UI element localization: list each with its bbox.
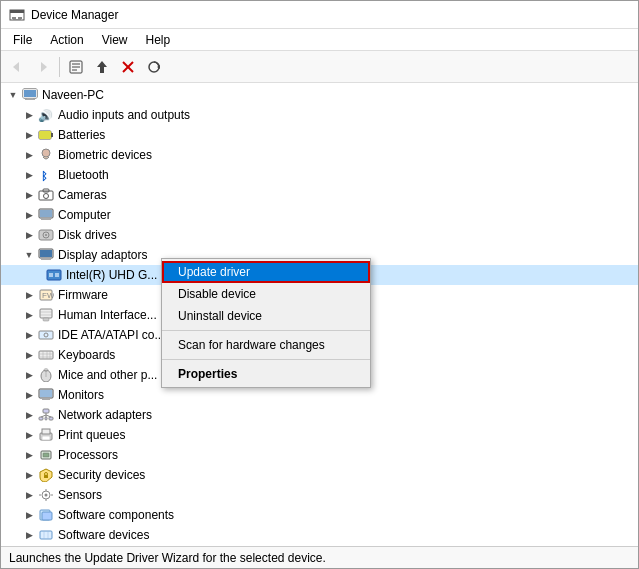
svg-rect-31 (40, 210, 52, 217)
tree-item-sensors[interactable]: ▶ Sensors (1, 485, 638, 505)
tree-item-batteries[interactable]: ▶ Batteries (1, 125, 638, 145)
batteries-icon (37, 127, 55, 143)
svg-rect-40 (41, 259, 51, 260)
tree-item-biometric[interactable]: ▶ Biometric devices (1, 145, 638, 165)
expand-icon-keyboards[interactable]: ▶ (21, 350, 37, 360)
tree-label-print: Print queues (58, 428, 125, 442)
tree-item-sw-components[interactable]: ▶ Software components (1, 505, 638, 525)
menu-help[interactable]: Help (138, 31, 179, 49)
ctx-update-driver[interactable]: Update driver (162, 261, 370, 283)
svg-rect-18 (24, 90, 36, 97)
svg-marker-5 (13, 62, 19, 72)
back-button[interactable] (5, 55, 29, 79)
expand-icon-network[interactable]: ▶ (21, 410, 37, 420)
svg-rect-4 (13, 19, 21, 20)
expand-icon-firmware[interactable]: ▶ (21, 290, 37, 300)
toolbar-separator-1 (59, 57, 60, 77)
expand-icon-hid[interactable]: ▶ (21, 310, 37, 320)
expand-icon-disk[interactable]: ▶ (21, 230, 37, 240)
svg-rect-67 (49, 417, 53, 420)
menu-bar: File Action View Help (1, 29, 638, 51)
svg-rect-76 (43, 453, 49, 457)
properties-button[interactable] (64, 55, 88, 79)
ctx-uninstall-device[interactable]: Uninstall device (162, 305, 370, 327)
cameras-icon (37, 187, 55, 203)
title-bar: Device Manager (1, 1, 638, 29)
tree-item-audio[interactable]: ▶ 🔊 Audio inputs and outputs (1, 105, 638, 125)
menu-action[interactable]: Action (42, 31, 91, 49)
menu-view[interactable]: View (94, 31, 136, 49)
uninstall-button[interactable] (116, 55, 140, 79)
tree-item-network[interactable]: ▶ Network adapters (1, 405, 638, 425)
context-menu: Update driver Disable device Uninstall d… (161, 258, 371, 388)
printer-icon (37, 427, 55, 443)
expand-icon-audio[interactable]: ▶ (21, 110, 37, 120)
tree-item-disk-drives[interactable]: ▶ Disk drives (1, 225, 638, 245)
expand-icon-display[interactable]: ▼ (21, 250, 37, 260)
svg-marker-6 (41, 62, 47, 72)
ctx-separator-2 (162, 359, 370, 360)
ctx-properties[interactable]: Properties (162, 363, 370, 385)
tree-item-bluetooth[interactable]: ▶ ᛒ Bluetooth (1, 165, 638, 185)
expand-icon-monitors[interactable]: ▶ (21, 390, 37, 400)
svg-marker-11 (97, 61, 107, 73)
audio-icon: 🔊 (37, 107, 55, 123)
tree-label-hid: Human Interface... (58, 308, 157, 322)
tree-label-batteries: Batteries (58, 128, 105, 142)
tree-item-print[interactable]: ▶ Print queues (1, 425, 638, 445)
svg-rect-49 (43, 318, 49, 321)
expand-icon-sw-components[interactable]: ▶ (21, 510, 37, 520)
sw-devices-icon (37, 527, 55, 543)
menu-file[interactable]: File (5, 31, 40, 49)
tree-item-processors[interactable]: ▶ Processors (1, 445, 638, 465)
monitors-icon (37, 387, 55, 403)
expand-icon-sensors[interactable]: ▶ (21, 490, 37, 500)
tree-label-security: Security devices (58, 468, 145, 482)
expand-icon-root[interactable]: ▼ (5, 90, 21, 100)
expand-icon-print[interactable]: ▶ (21, 430, 37, 440)
main-content: ▼ Naveen-PC ▶ 🔊 (1, 83, 638, 546)
expand-icon-sw-devices[interactable]: ▶ (21, 530, 37, 540)
svg-rect-74 (42, 436, 50, 440)
hid-icon (37, 307, 55, 323)
svg-rect-46 (40, 309, 52, 318)
svg-rect-86 (42, 512, 52, 520)
tree-item-monitors[interactable]: ▶ Monitors (1, 385, 638, 405)
expand-icon-computer[interactable]: ▶ (21, 210, 37, 220)
svg-text:FW: FW (42, 291, 54, 300)
ide-icon (37, 327, 55, 343)
expand-icon-cameras[interactable]: ▶ (21, 190, 37, 200)
svg-text:ᛒ: ᛒ (41, 170, 48, 182)
tree-item-root[interactable]: ▼ Naveen-PC (1, 85, 638, 105)
display-icon (37, 247, 55, 263)
expand-icon-biometric[interactable]: ▶ (21, 150, 37, 160)
ctx-scan-hardware[interactable]: Scan for hardware changes (162, 334, 370, 356)
svg-point-36 (45, 234, 47, 236)
tree-item-security[interactable]: ▶ Security devices (1, 465, 638, 485)
tree-label-disk: Disk drives (58, 228, 117, 242)
sw-components-icon (37, 507, 55, 523)
tree-item-sw-devices[interactable]: ▶ Software devices (1, 525, 638, 545)
tree-item-computer[interactable]: ▶ Computer (1, 205, 638, 225)
scan-button[interactable] (142, 55, 166, 79)
tree-label-mice: Mice and other p... (58, 368, 157, 382)
bluetooth-icon: ᛒ (37, 167, 55, 183)
svg-rect-38 (40, 250, 52, 257)
ctx-disable-device[interactable]: Disable device (162, 283, 370, 305)
expand-icon-processors[interactable]: ▶ (21, 450, 37, 460)
mice-icon (37, 367, 55, 383)
tree-item-cameras[interactable]: ▶ Cameras (1, 185, 638, 205)
expand-icon-ide[interactable]: ▶ (21, 330, 37, 340)
tree-item-sound[interactable]: ▶ 🔉 Sound, video and game controllers (1, 545, 638, 546)
svg-rect-33 (41, 219, 51, 220)
disk-icon (37, 227, 55, 243)
tree-label-sw-components: Software components (58, 508, 174, 522)
expand-icon-batteries[interactable]: ▶ (21, 130, 37, 140)
forward-button[interactable] (31, 55, 55, 79)
processor-icon (37, 447, 55, 463)
update-driver-button[interactable] (90, 55, 114, 79)
expand-icon-bluetooth[interactable]: ▶ (21, 170, 37, 180)
expand-icon-mice[interactable]: ▶ (21, 370, 37, 380)
svg-point-25 (42, 149, 50, 157)
expand-icon-security[interactable]: ▶ (21, 470, 37, 480)
